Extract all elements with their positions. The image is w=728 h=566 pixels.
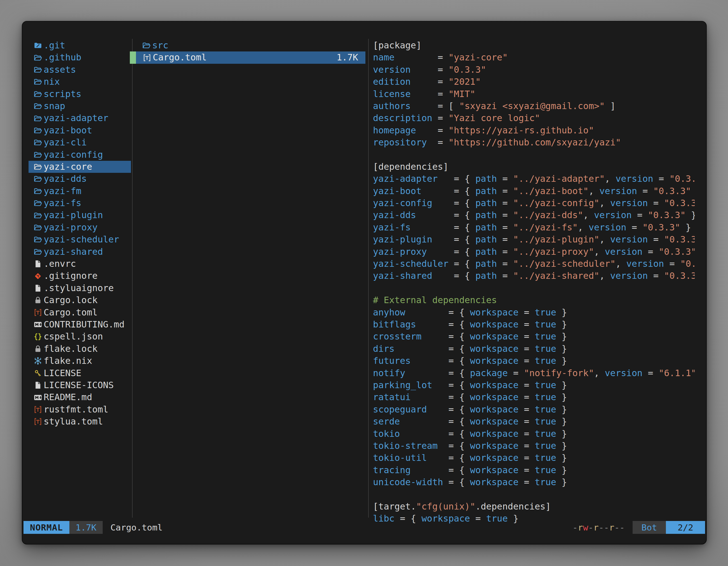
file-row[interactable]: yazi-adapter <box>29 112 131 124</box>
file-label: flake.lock <box>44 343 98 355</box>
code-line: yazi-shared = { path = "../yazi-shared",… <box>373 270 695 282</box>
file-row[interactable]: Cargo.toml <box>29 306 131 318</box>
file-label: flake.nix <box>44 355 92 367</box>
file-label: yazi-cli <box>44 137 87 149</box>
code-line: version = "0.3.3" <box>373 64 695 76</box>
file-size-badge: 1.7K <box>69 521 103 534</box>
folder-open-icon <box>34 248 44 256</box>
folder-open-icon <box>142 41 152 50</box>
file-row[interactable]: .github <box>29 51 131 64</box>
folder-open-icon <box>34 151 44 159</box>
toml-icon <box>143 53 153 62</box>
file-row[interactable]: yazi-fs <box>29 197 131 209</box>
file-row[interactable]: src <box>133 39 365 51</box>
file-row[interactable]: yazi-fm <box>29 185 131 197</box>
file-label: src <box>152 39 168 51</box>
file-label: .github <box>44 51 81 64</box>
file-size: 1.7K <box>337 51 365 64</box>
file-row[interactable]: nix <box>29 76 131 88</box>
file-row[interactable]: flake.lock <box>29 343 131 355</box>
file-label: CONTRIBUTING.md <box>44 318 125 330</box>
toml-icon <box>34 417 44 426</box>
folder-open-icon <box>34 65 44 74</box>
file-row[interactable]: CONTRIBUTING.md <box>29 318 131 330</box>
file-label: .git <box>44 39 65 51</box>
code-line: [target."cfg(unix)".dependencies] <box>373 501 695 513</box>
parent-directory-pane: .git.githubassetsnixscriptssnapyazi-adap… <box>29 39 131 428</box>
file-permissions: -rw-r--r-- <box>572 522 625 532</box>
toml-icon <box>34 308 44 317</box>
file-label: yazi-boot <box>44 125 92 137</box>
file-row[interactable]: yazi-dds <box>29 173 131 185</box>
file-row[interactable]: yazi-config <box>29 149 131 161</box>
status-filename: Cargo.toml <box>111 522 163 532</box>
code-line: yazi-plugin = { path = "../yazi-plugin",… <box>373 234 695 246</box>
code-line: unicode-width = { workspace = true } <box>373 476 695 488</box>
folder-open-icon <box>34 199 44 208</box>
file-row[interactable]: cspell.json <box>29 330 131 342</box>
terminal-window: .git.githubassetsnixscriptssnapyazi-adap… <box>22 22 706 544</box>
file-row[interactable]: .styluaignore <box>29 282 131 294</box>
code-line: bitflags = { workspace = true } <box>373 318 695 330</box>
file-preview-pane: [package]name = "yazi-core"version = "0.… <box>373 39 695 527</box>
file-row[interactable]: stylua.toml <box>29 415 131 427</box>
license-icon <box>34 369 44 377</box>
file-row[interactable]: Cargo.toml1.7K <box>130 51 365 64</box>
file-label: yazi-fs <box>44 197 81 209</box>
file-row[interactable]: LICENSE-ICONS <box>29 379 131 391</box>
file-row[interactable]: yazi-scheduler <box>29 234 131 246</box>
code-line: scopeguard = { workspace = true } <box>373 403 695 415</box>
file-row[interactable]: flake.nix <box>29 355 131 367</box>
file-label: yazi-dds <box>44 173 87 185</box>
file-icon <box>34 284 44 292</box>
status-right-group: -rw-r--r-- Bot 2/2 <box>572 521 705 534</box>
code-line: yazi-dds = { path = "../yazi-dds", versi… <box>373 209 695 221</box>
code-line: homepage = "https://yazi-rs.github.io" <box>373 125 695 137</box>
code-line: tokio = { workspace = true } <box>373 428 695 440</box>
file-label: .gitignore <box>44 270 98 282</box>
code-line: yazi-scheduler = { path = "../yazi-sched… <box>373 258 695 270</box>
file-row[interactable]: yazi-proxy <box>29 222 131 234</box>
file-row[interactable]: Cargo.lock <box>29 294 131 306</box>
code-line: yazi-proxy = { path = "../yazi-proxy", v… <box>373 246 695 258</box>
file-row[interactable]: .gitignore <box>29 270 131 282</box>
code-line: dirs = { workspace = true } <box>373 343 695 355</box>
file-icon <box>34 381 44 389</box>
file-label: snap <box>44 100 65 112</box>
file-row[interactable]: README.md <box>29 391 131 403</box>
folder-open-icon <box>34 235 44 244</box>
file-label: Cargo.toml <box>44 306 98 318</box>
code-line: repository = "https://github.com/sxyazi/… <box>373 137 695 149</box>
code-line: serde = { workspace = true } <box>373 415 695 427</box>
file-row[interactable]: assets <box>29 64 131 76</box>
code-line: yazi-boot = { path = "../yazi-boot", ver… <box>373 185 695 197</box>
file-row[interactable]: snap <box>29 100 131 112</box>
folder-open-icon <box>34 223 44 232</box>
file-row[interactable]: LICENSE <box>29 367 131 379</box>
file-label: Cargo.toml <box>153 51 207 64</box>
file-label: yazi-config <box>44 149 103 161</box>
folder-open-icon <box>34 90 44 98</box>
code-line: crossterm = { workspace = true } <box>373 330 695 342</box>
file-label: README.md <box>44 391 92 403</box>
code-line: description = "Yazi core logic" <box>373 112 695 124</box>
folder-open-icon <box>34 114 44 123</box>
file-row[interactable]: scripts <box>29 88 131 100</box>
code-line: authors = [ "sxyazi <sxyazi@gmail.com>" … <box>373 100 695 112</box>
folder-open-icon <box>34 163 44 171</box>
file-row[interactable]: yazi-boot <box>29 125 131 137</box>
file-row[interactable]: yazi-plugin <box>29 209 131 221</box>
code-line: yazi-config = { path = "../yazi-config",… <box>373 197 695 209</box>
json-icon <box>34 332 44 341</box>
file-label: LICENSE <box>44 367 81 379</box>
file-row[interactable]: yazi-shared <box>29 246 131 258</box>
markdown-icon <box>34 393 44 402</box>
folder-open-icon <box>34 102 44 111</box>
file-row[interactable]: .git <box>29 39 131 51</box>
file-row[interactable]: yazi-cli <box>29 137 131 149</box>
pane-divider <box>368 39 369 518</box>
file-row[interactable]: yazi-core <box>29 161 131 173</box>
file-row[interactable]: rustfmt.toml <box>29 403 131 415</box>
folder-open-icon <box>34 126 44 135</box>
file-row[interactable]: .envrc <box>29 258 131 270</box>
